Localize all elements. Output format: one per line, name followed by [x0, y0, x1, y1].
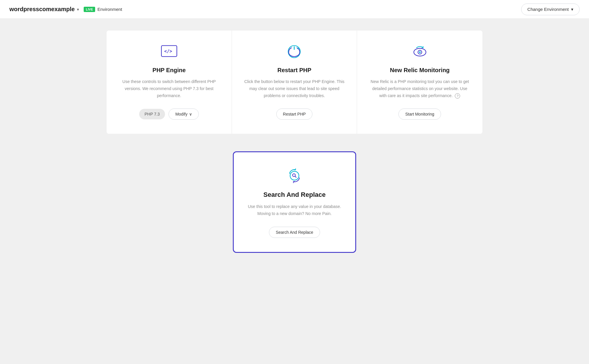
modify-button[interactable]: Modify ∨ [169, 109, 199, 120]
restart-php-icon [285, 42, 304, 61]
environment-label: Environment [97, 7, 122, 12]
search-replace-title: Search And Replace [263, 191, 326, 199]
site-dropdown-chevron[interactable]: ▾ [77, 7, 79, 12]
restart-php-actions: Restart PHP [276, 109, 313, 120]
help-icon[interactable]: ? [455, 93, 460, 99]
new-relic-title: New Relic Monitoring [390, 67, 450, 74]
search-replace-actions: Search And Replace [269, 227, 320, 238]
live-badge: LIVE [84, 7, 95, 12]
start-monitoring-button[interactable]: Start Monitoring [398, 109, 441, 120]
search-replace-button[interactable]: Search And Replace [269, 227, 320, 238]
restart-php-button[interactable]: Restart PHP [276, 109, 313, 120]
main-content: </> PHP Engine Use these controls to swi… [89, 19, 500, 282]
svg-line-8 [295, 176, 296, 177]
restart-php-title: Restart PHP [277, 67, 312, 74]
php-engine-card: </> PHP Engine Use these controls to swi… [107, 31, 232, 134]
search-replace-icon [285, 166, 304, 185]
change-environment-button[interactable]: Change Environment ▾ [521, 4, 580, 15]
header: wordpresscomexample ▾ LIVE Environment C… [0, 0, 589, 19]
svg-point-5 [419, 51, 421, 53]
svg-text:</>: </> [164, 49, 172, 54]
restart-php-card: Restart PHP Click the button below to re… [232, 31, 357, 134]
php-engine-actions: PHP 7.3 Modify ∨ [139, 109, 199, 120]
new-relic-actions: Start Monitoring [398, 109, 441, 120]
search-replace-row: Search And Replace Use this tool to repl… [107, 151, 482, 253]
php-engine-title: PHP Engine [152, 67, 186, 74]
php-engine-icon: </> [160, 42, 179, 61]
search-replace-description: Use this tool to replace any value in yo… [245, 203, 344, 217]
restart-php-description: Click the button below to restart your P… [244, 78, 345, 99]
search-replace-card: Search And Replace Use this tool to repl… [233, 151, 356, 253]
php-version-tag: PHP 7.3 [139, 109, 165, 119]
new-relic-description: New Relic is a PHP monitoring tool you c… [369, 78, 471, 99]
php-engine-description: Use these controls to switch between dif… [118, 78, 220, 99]
site-name: wordpresscomexample [9, 6, 75, 13]
new-relic-icon [410, 42, 429, 61]
svg-point-6 [290, 171, 299, 180]
tools-cards-row: </> PHP Engine Use these controls to swi… [107, 31, 482, 134]
new-relic-card: New Relic Monitoring New Relic is a PHP … [357, 31, 482, 134]
